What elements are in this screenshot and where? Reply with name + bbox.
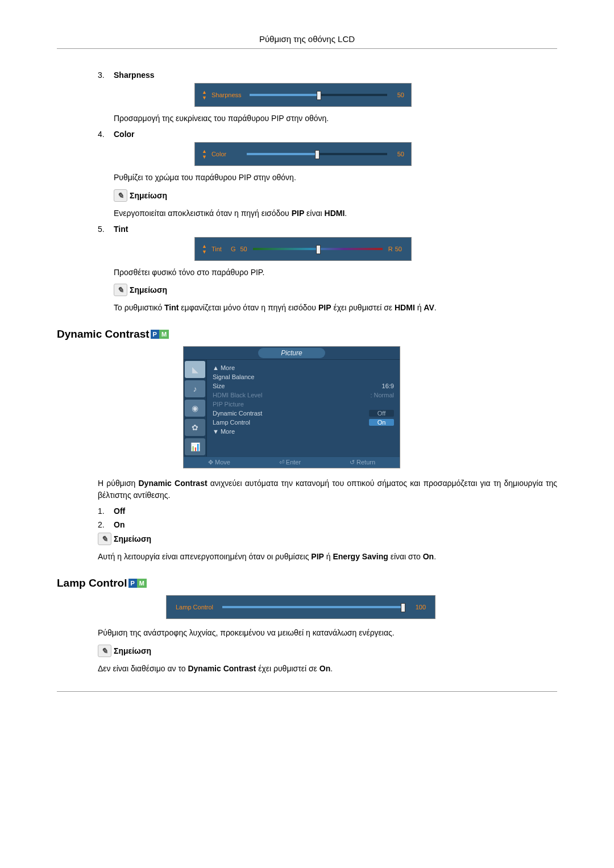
tint-g-label: G [231,246,236,252]
color-block: 4. Color ▲ ▼ Color 50 Ρυθμίζει το [57,130,557,219]
setup-tab-icon[interactable]: ◉ [185,400,205,417]
osd-more-down[interactable]: ▼ More [213,427,394,436]
slider-track[interactable] [222,606,404,608]
tab-icon[interactable]: ✿ [185,419,205,436]
section-title: Lamp Control P M [57,577,557,589]
osd-row-val: 16:9 [382,383,394,389]
osd-value: 100 [411,604,426,610]
arrow-down-icon: ▼ [202,154,207,160]
osd-more-up[interactable]: ▲ More [213,363,394,372]
paragraph: Προσαρμογή της ευκρίνειας του παράθυρου … [114,113,557,124]
arrow-up-icon: ▲ [202,148,207,154]
badge-p-icon: P [128,579,137,588]
paragraph: Η ρύθμιση Dynamic Contrast ανιχνεύει αυτ… [98,477,557,501]
osd-row-key: Dynamic Contrast [213,410,262,417]
tint-r-value: 50 [395,246,402,252]
osd-row-key: PIP Picture [213,401,244,408]
footer-move: ✥ Move [208,459,230,466]
note-label: Σημείωση [130,285,167,294]
tint-slider-track[interactable] [253,248,383,250]
osd-row-key: Lamp Control [213,419,250,426]
osd-row-key: HDMI Black Level [213,392,262,398]
arrow-down-icon: ▼ [202,95,207,101]
color-osd[interactable]: ▲ ▼ Color 50 [194,142,412,166]
osd-titlebar: Picture [184,347,400,360]
osd-row[interactable]: Dynamic Contrast Off [213,409,394,418]
note-row: ✎ Σημείωση [114,189,557,202]
note-text: Ενεργοποιείται αποκλειστικά όταν η πηγή … [114,207,557,219]
dynamic-contrast-body: Picture ◣ ♪ ◉ ✿ 📊 ▲ More [57,346,557,562]
lamp-control-osd[interactable]: Lamp Control 100 [166,595,435,619]
osd-row[interactable]: Signal Balance [213,372,394,381]
osd-value: 50 [391,151,404,157]
note-icon: ✎ [98,645,111,657]
osd-row[interactable]: Size 16:9 [213,381,394,391]
content: 3. Sharpness ▲ ▼ Sharpness 50 Προ [57,49,557,691]
list-item: 2. On [98,520,557,529]
picture-osd-menu[interactable]: Picture ◣ ♪ ◉ ✿ 📊 ▲ More [183,346,400,468]
osd-side-tabs[interactable]: ◣ ♪ ◉ ✿ 📊 [184,360,207,456]
arrows-icon: ▲ ▼ [202,243,207,255]
osd-row-key: Signal Balance [213,373,254,380]
footer-rule [57,691,557,692]
osd-value: 50 [391,92,404,98]
osd-label: Color [211,151,239,157]
tab-icon[interactable]: 📊 [185,438,205,455]
slider-track[interactable] [247,153,387,155]
item-title: Sharpness [114,70,155,80]
note-icon: ✎ [114,189,127,202]
note-icon: ✎ [98,533,111,545]
osd-row-val: : Normal [370,392,394,398]
badge-p-icon: P [151,330,159,339]
item-number: 5. [98,225,114,234]
slider-thumb[interactable] [316,245,321,254]
osd-slider-inner: ▲ ▼ Tint G 50 R 50 [195,238,411,260]
note-icon: ✎ [114,284,127,296]
paragraph: Ρυθμίζει το χρώμα του παράθυρου PIP στην… [114,172,557,183]
slider-thumb[interactable] [315,150,320,159]
slider-track[interactable] [250,94,387,96]
item-number: 4. [98,130,114,139]
arrows-icon: ▲ ▼ [202,148,207,160]
osd-row-val-off: Off [369,410,394,417]
osd-footer: ✥ Move ⏎ Enter ↺ Return [184,456,400,468]
note-text: Δεν είναι διαθέσιμο αν το Dynamic Contra… [98,663,557,674]
item-number: 3. [98,70,114,80]
osd-menu-list: ▲ More Signal Balance Size 16:9 HDMI Bla… [207,360,400,456]
osd-row-disabled: PIP Picture [213,400,394,409]
badge-pm: P M [151,330,169,339]
slider-thumb[interactable] [317,91,321,100]
tint-g-value: 50 [240,246,247,252]
osd-row-disabled: HDMI Black Level : Normal [213,391,394,400]
osd-menu-title: Picture [258,348,325,358]
page: Ρύθμιση της οθόνης LCD 3. Sharpness ▲ ▼ … [0,0,614,726]
osd-label: Sharpness [211,92,242,98]
footer-return: ↺ Return [350,459,375,466]
note-label: Σημείωση [114,534,151,543]
osd-row[interactable]: Lamp Control On [213,418,394,427]
note-row: ✎ Σημείωση [114,284,557,296]
note-text: Αυτή η λειτουργία είναι απενεργοποιημένη… [98,551,557,562]
lamp-control-body: Lamp Control 100 Ρύθμιση της ανάστροφης … [57,595,557,674]
osd-slider-inner: ▲ ▼ Sharpness 50 [195,84,411,106]
osd-label: Lamp Control [176,604,213,610]
sharpness-osd[interactable]: ▲ ▼ Sharpness 50 [194,83,412,107]
badge-pm: P M [128,579,147,588]
paragraph: Ρύθμιση της ανάστροφης λυχνίας, προκειμέ… [98,627,557,638]
sound-tab-icon[interactable]: ♪ [185,380,205,397]
badge-m-icon: M [159,330,169,339]
list-item: 3. Sharpness [98,70,557,80]
item-number: 1. [98,506,114,516]
tint-osd[interactable]: ▲ ▼ Tint G 50 R 50 [194,237,412,261]
footer-enter: ⏎ Enter [279,459,301,466]
slider-fill [250,94,318,96]
osd-slider-inner: ▲ ▼ Color 50 [195,143,411,165]
item-title: On [114,520,125,529]
picture-tab-icon[interactable]: ◣ [185,361,205,378]
slider-thumb[interactable] [401,603,405,612]
list-item: 4. Color [98,130,557,139]
arrow-up-icon: ▲ [202,243,207,249]
list-item: 1. Off [98,506,557,516]
list-item: 5. Tint [98,225,557,234]
slider-fill [222,606,404,608]
